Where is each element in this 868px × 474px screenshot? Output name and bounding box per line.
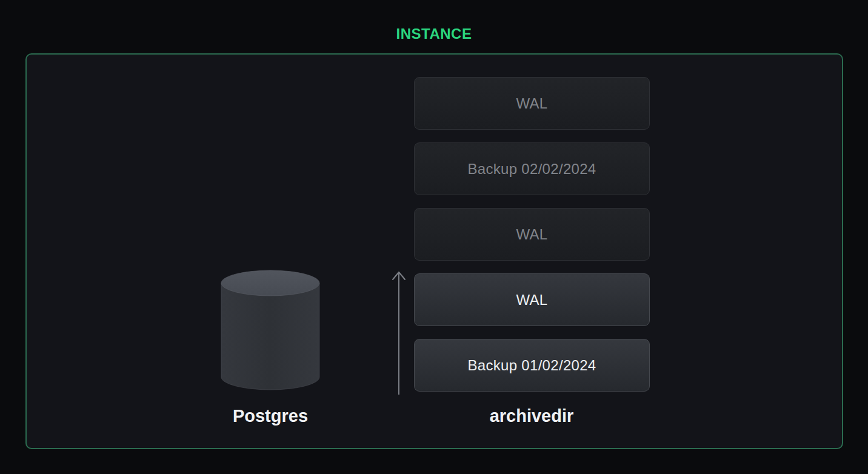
flow-arrow — [390, 270, 407, 396]
database-cylinder-icon — [220, 269, 321, 392]
archive-item-wal-2: WAL — [414, 208, 650, 261]
arrow-up-icon — [390, 270, 407, 396]
archive-item-wal-1: WAL — [414, 77, 650, 130]
archive-item-backup-2: Backup 01/02/2024 — [414, 339, 650, 392]
instance-panel: Postgres WAL Backup 02/02/2024 WAL WAL B… — [25, 53, 843, 449]
diagram-canvas: INSTANCE Postgre — [0, 0, 868, 474]
postgres-label: Postgres — [210, 406, 331, 426]
archive-item-wal-3: WAL — [414, 273, 650, 326]
postgres-database — [220, 269, 321, 392]
instance-title: INSTANCE — [0, 25, 868, 42]
archive-stack: WAL Backup 02/02/2024 WAL WAL Backup 01/… — [414, 77, 650, 404]
archive-item-backup-1: Backup 02/02/2024 — [414, 142, 650, 195]
archivedir-label: archivedir — [414, 406, 649, 426]
